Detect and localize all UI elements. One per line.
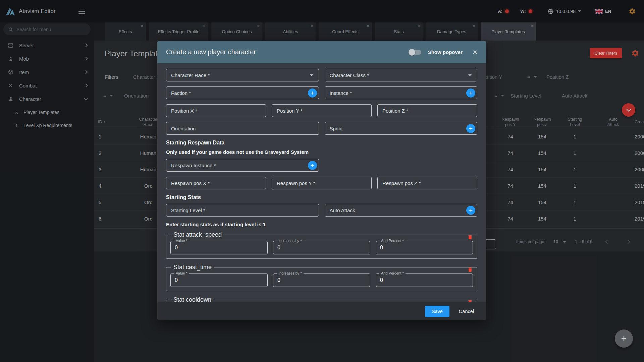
cancel-button[interactable]: Cancel <box>454 306 479 317</box>
dialog-header: Create a new player character Show popov… <box>157 41 486 63</box>
show-popover-toggle[interactable] <box>409 49 422 56</box>
save-button[interactable]: Save <box>425 306 449 317</box>
position-y-field[interactable]: Position Y * <box>272 104 372 117</box>
stat-value-input[interactable]: Value *0 <box>170 241 268 254</box>
stat-increases-input[interactable]: Increases by *0 <box>273 241 370 254</box>
instance-field[interactable]: Instance *+ <box>325 86 478 99</box>
stat-percent-input[interactable]: And Percent *0 <box>376 274 473 287</box>
add-sprint-button[interactable]: + <box>466 124 475 133</box>
stat-increases-input[interactable]: Increases by *0 <box>273 274 370 287</box>
sprint-field[interactable]: Sprint+ <box>325 122 478 135</box>
auto-attack-field[interactable]: Auto Attack+ <box>325 204 478 217</box>
stat-value-input[interactable]: Value *0 <box>170 274 268 287</box>
starting-level-field[interactable]: Starting Level * <box>166 204 319 217</box>
add-instance-button[interactable]: + <box>466 88 475 98</box>
faction-field[interactable]: Faction *+ <box>166 86 319 99</box>
delete-stat-icon[interactable] <box>467 266 473 273</box>
starting-stats-title: Starting Stats <box>166 194 477 200</box>
stat-percent-input[interactable]: And Percent *0 <box>376 241 473 254</box>
orientation-field[interactable]: Orientation <box>166 122 319 135</box>
dialog-footer: Save Cancel <box>157 302 486 320</box>
stat-group-legend: Stat attack_speed <box>171 231 224 238</box>
show-popover-label: Show popover <box>428 49 463 55</box>
respawn-instance-field[interactable]: Respawn Instance *+ <box>166 159 319 172</box>
character-race-select[interactable]: Character Race * <box>166 69 319 81</box>
dialog-body: Character Race * Character Class * Facti… <box>157 63 486 302</box>
create-player-character-dialog: Create a new player character Show popov… <box>157 41 486 320</box>
stat-group-legend: Stat cooldown <box>171 296 214 302</box>
add-respawn-instance-button[interactable]: + <box>308 161 317 170</box>
position-x-field[interactable]: Position X * <box>166 104 266 117</box>
stat-cooldown-group: Stat cooldown <box>166 296 477 302</box>
respawn-pos-x-field[interactable]: Respawn pos X * <box>166 177 266 189</box>
stat-group-legend: Stat cast_time <box>171 264 214 271</box>
add-faction-button[interactable]: + <box>308 88 317 98</box>
chevron-down-icon <box>468 74 472 76</box>
chevron-down-icon <box>310 74 313 76</box>
add-auto-attack-button[interactable]: + <box>466 206 475 215</box>
position-z-field[interactable]: Position Z * <box>377 104 477 117</box>
starting-respawn-data-title: Starting Respawn Data <box>166 140 477 146</box>
respawn-pos-y-field[interactable]: Respawn pos Y * <box>272 177 372 189</box>
stat-cast-time-group: Stat cast_time Value *0 Increases by *0 … <box>166 264 477 291</box>
close-icon[interactable]: × <box>473 48 477 56</box>
dialog-title: Create a new player character <box>166 48 256 56</box>
starting-stats-note: Enter starting stats as if starting leve… <box>166 222 477 227</box>
respawn-pos-z-field[interactable]: Respawn pos Z * <box>377 177 477 189</box>
stat-attack-speed-group: Stat attack_speed Value *0 Increases by … <box>166 231 477 259</box>
delete-stat-icon[interactable] <box>467 299 473 302</box>
graveyard-note: Only used if your game does not use the … <box>166 149 477 155</box>
delete-stat-icon[interactable] <box>467 234 473 240</box>
character-class-select[interactable]: Character Class * <box>325 69 478 81</box>
